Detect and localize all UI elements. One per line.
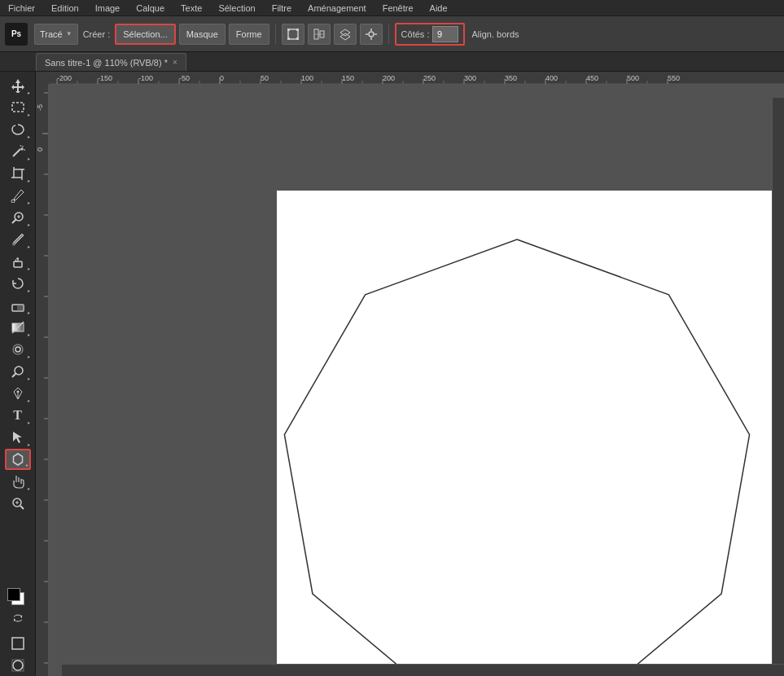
canvas-area[interactable]: -200 -150 -100 -50 0 50 100 150 [36, 72, 784, 676]
align-icon[interactable] [308, 24, 331, 45]
selection-button[interactable]: Sélection... [115, 24, 175, 45]
menu-fichier[interactable]: Fichier [5, 3, 38, 13]
canvas-document[interactable] [277, 191, 784, 676]
trace-label: Tracé [40, 29, 63, 39]
magic-wand-tool[interactable]: ▸ [5, 141, 31, 162]
svg-marker-18 [20, 147, 24, 151]
color-switch[interactable] [5, 608, 31, 629]
svg-rect-53 [12, 638, 24, 649]
eraser-tool[interactable]: ▸ [5, 295, 31, 316]
svg-text:400: 400 [545, 74, 558, 82]
ruler-corner [36, 72, 49, 85]
dodge-tool[interactable]: ▸ [5, 361, 31, 382]
document-tab[interactable]: Sans titre-1 @ 110% (RVB/8) * × [36, 53, 186, 71]
path-select-tool[interactable]: ▸ [5, 427, 31, 448]
svg-text:350: 350 [505, 74, 517, 82]
masque-button[interactable]: Masque [179, 24, 226, 45]
svg-point-43 [16, 391, 19, 393]
settings-icon[interactable] [360, 24, 383, 45]
lasso-arrow: ▸ [28, 134, 30, 139]
svg-text:450: 450 [586, 74, 598, 82]
text-arrow: ▸ [28, 419, 30, 425]
svg-point-10 [369, 32, 374, 37]
eyedropper-tool[interactable]: ▸ [5, 185, 31, 206]
tools-panel: ▸ ▸ ▸ ▸ [0, 72, 36, 676]
svg-text:500: 500 [627, 74, 639, 82]
crop-arrow: ▸ [28, 178, 30, 183]
cotes-label: Côtés : [401, 29, 430, 39]
blur-arrow: ▸ [28, 353, 30, 359]
svg-marker-8 [340, 29, 350, 36]
blur-tool[interactable]: ▸ [5, 339, 31, 360]
healing-tool[interactable]: ▸ [5, 207, 31, 228]
transform-icon[interactable] [282, 24, 304, 45]
svg-text:-50: -50 [179, 74, 190, 82]
mode-masque[interactable] [5, 655, 31, 676]
trace-arrow: ▼ [66, 30, 72, 37]
svg-rect-4 [296, 37, 299, 40]
text-tool[interactable]: T ▸ [5, 405, 31, 426]
menu-amenagement[interactable]: Aménagement [304, 3, 370, 13]
svg-text:-100: -100 [138, 74, 153, 82]
svg-rect-32 [14, 261, 22, 267]
zoom-tool[interactable] [5, 493, 31, 514]
healing-arrow: ▸ [28, 222, 30, 227]
svg-text:300: 300 [464, 74, 476, 82]
polygon-tool[interactable]: ▸ [5, 449, 31, 470]
menu-selection[interactable]: Sélection [215, 3, 258, 13]
svg-rect-55 [12, 660, 24, 671]
text-tool-icon: T [13, 408, 22, 423]
polygon-drawing [277, 191, 784, 676]
svg-text:250: 250 [423, 74, 436, 82]
tab-label: Sans titre-1 @ 110% (RVB/8) * [45, 58, 168, 68]
clone-tool[interactable]: ▸ [5, 251, 31, 272]
menu-texte[interactable]: Texte [177, 3, 205, 13]
svg-rect-16 [12, 103, 24, 112]
select-rect-arrow: ▸ [28, 112, 30, 117]
menu-edition[interactable]: Edition [48, 3, 82, 13]
pen-tool[interactable]: ▸ [5, 383, 31, 404]
menu-fenetre[interactable]: Fenêtre [379, 3, 417, 13]
cotes-input[interactable] [432, 26, 458, 42]
crop-tool[interactable]: ▸ [5, 163, 31, 184]
wand-arrow: ▸ [28, 156, 30, 161]
tab-close-button[interactable]: × [173, 58, 177, 67]
creer-label: Créer : [83, 29, 111, 39]
ruler-vertical: -5 0 [36, 85, 49, 676]
svg-line-17 [13, 149, 20, 156]
forme-button[interactable]: Forme [229, 24, 269, 45]
svg-rect-1 [287, 29, 290, 31]
menu-filtre[interactable]: Filtre [269, 3, 295, 13]
svg-point-40 [15, 347, 20, 352]
trace-dropdown[interactable]: Tracé ▼ [34, 24, 78, 45]
fg-color[interactable] [5, 586, 31, 607]
mode-standard[interactable] [5, 633, 31, 654]
history-tool[interactable]: ▸ [5, 273, 31, 294]
path-select-arrow: ▸ [28, 441, 30, 447]
select-rect-tool[interactable]: ▸ [5, 97, 31, 118]
history-arrow: ▸ [28, 288, 30, 293]
eraser-arrow: ▸ [28, 309, 30, 315]
horizontal-scrollbar[interactable] [62, 664, 784, 676]
hand-tool[interactable]: ▸ [5, 471, 31, 492]
menu-aide[interactable]: Aide [427, 3, 451, 13]
svg-rect-35 [17, 305, 24, 311]
brush-tool[interactable]: ▸ [5, 229, 31, 250]
svg-line-21 [20, 145, 21, 147]
polygon-arrow: ▸ [26, 462, 28, 467]
lasso-tool[interactable]: ▸ [5, 119, 31, 140]
menu-image[interactable]: Image [92, 3, 124, 13]
svg-marker-9 [340, 33, 350, 40]
svg-line-42 [12, 373, 16, 377]
main-area: ▸ ▸ ▸ ▸ [0, 72, 784, 676]
layers-icon[interactable] [334, 24, 357, 45]
gradient-tool[interactable]: ▸ [5, 317, 31, 338]
svg-text:100: 100 [301, 74, 313, 82]
dodge-arrow: ▸ [28, 375, 30, 381]
svg-text:-5: -5 [36, 104, 44, 111]
align-bords-label: Align. bords [471, 29, 519, 39]
move-tool[interactable]: ▸ [5, 75, 31, 96]
vertical-scrollbar[interactable] [772, 98, 784, 664]
svg-text:0: 0 [220, 74, 224, 82]
menu-calque[interactable]: Calque [133, 3, 168, 13]
